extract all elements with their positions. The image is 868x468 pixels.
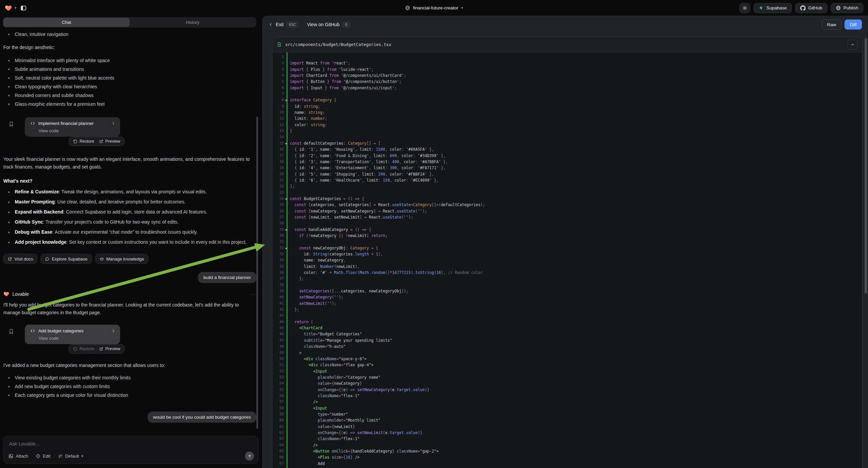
diff-toggle-button[interactable]: Diff [844, 20, 862, 30]
message-menu-button[interactable]: ··· [250, 292, 256, 297]
code-view-panel: Exit ESC View on GitHub G Raw Diff src/c… [262, 16, 868, 468]
publish-button[interactable]: Publish [831, 3, 863, 13]
tab-chat[interactable]: Chat [3, 18, 129, 27]
code-line: 2import React from 'react'; [290, 60, 862, 66]
tab-history[interactable]: History [129, 18, 256, 27]
whats-next-heading: What's next? [3, 178, 256, 184]
restore-button[interactable]: Restore [73, 139, 94, 144]
external-link-icon [8, 257, 12, 261]
g-key-badge: G [343, 22, 350, 28]
chevron-left-icon [269, 23, 273, 27]
fold-chevron-icon[interactable] [285, 198, 287, 200]
chat-input[interactable] [9, 441, 253, 446]
code-line: 9 id: string; [290, 104, 862, 110]
code-line: 34 name: newCategory, [290, 257, 862, 263]
preview-button[interactable]: Preview [99, 139, 120, 144]
version-card-implement-financial-planner[interactable]: Implement financial planner View code Re… [25, 117, 120, 137]
code-line: 31 [290, 239, 862, 245]
mode-selector[interactable]: Default ▾ [58, 454, 83, 459]
code-line: 61 value={newLimit} [290, 424, 862, 430]
suggestion-buttons: Visit docs Explore Supabase Manage knowl… [3, 254, 256, 264]
list-item: Clean, intuitive navigation [3, 31, 256, 38]
bookmark-icon[interactable] [8, 329, 14, 334]
sidebar-toggle-button[interactable] [19, 4, 28, 12]
code-line: 20 { id: '5', name: 'Shopping', limit: 2… [290, 171, 862, 177]
github-icon [800, 5, 806, 11]
code-line: 55 onChange={(e) => setNewCategory(e.tar… [290, 387, 862, 393]
added-features-list: View existing budget categories with the… [3, 373, 256, 400]
collapse-button[interactable] [847, 39, 858, 50]
rotate-ccw-icon [73, 347, 78, 351]
chat-scrollbar[interactable] [256, 117, 258, 429]
list-item: Minimalist interface with plenty of whit… [3, 56, 256, 65]
code-line: 11 limit: number; [290, 116, 862, 121]
lovable-logo-heart-icon[interactable] [5, 4, 12, 12]
version-card-add-budget-categories[interactable]: Add budget categories View code Restore [25, 325, 120, 344]
code-line: 24const BudgetCategories = () => { [290, 196, 862, 202]
code-line: 32 const newCategoryObj: Category = { [290, 245, 862, 251]
version-title: Add budget categories [38, 328, 108, 333]
send-button[interactable] [245, 451, 254, 461]
sliders-icon [58, 454, 63, 459]
settings-button[interactable] [740, 3, 750, 13]
fold-chevron-icon[interactable] [285, 143, 287, 145]
preview-button[interactable]: Preview [99, 347, 120, 351]
visit-docs-button[interactable]: Visit docs [3, 254, 37, 264]
file-path: src/components/budget/BudgetCategories.t… [285, 42, 391, 47]
fold-chevron-icon[interactable] [285, 248, 287, 250]
chevron-down-icon[interactable]: ▾ [14, 6, 17, 10]
list-item: Soft, neutral color palette with light b… [3, 74, 256, 82]
supabase-button[interactable]: Supabase [753, 3, 792, 13]
code-line: 68 </Button> [290, 467, 862, 468]
code-line: 8interface Category { [290, 97, 862, 103]
code-line: 45 <ChartCard [290, 325, 862, 331]
explore-supabase-button[interactable]: Explore Supabase [40, 254, 92, 264]
list-item: Master Prompting: Use clear, detailed, a… [3, 198, 256, 206]
version-title: Implement financial planner [38, 121, 108, 126]
raw-toggle-button[interactable]: Raw [822, 20, 841, 30]
version-card-row: Implement financial planner View code Re… [3, 117, 256, 147]
globe-icon [405, 5, 410, 10]
assistant-paragraph: Your sleek financial planner is now read… [3, 155, 256, 171]
code-line: 29 const handleAddCategory = () => { [290, 227, 862, 233]
code-line: 3import { Plus } from 'lucide-react'; [290, 66, 862, 72]
list-item: Subtle animations and transitions [3, 65, 256, 74]
code-line: 41 setNewLimit(''); [290, 300, 862, 306]
exit-button[interactable]: Exit ESC [269, 22, 298, 28]
whats-next-list: Refine & Customize: Tweak the design, an… [3, 188, 256, 246]
code-line: 66 <Plus size={16} /> [290, 454, 862, 460]
file-header[interactable]: src/components/budget/BudgetCategories.t… [273, 37, 862, 52]
github-button[interactable]: GitHub [795, 3, 828, 13]
code-line: 50 <div className="space-y-6"> [290, 356, 862, 362]
edit-button[interactable]: Edit [36, 454, 50, 459]
manage-knowledge-button[interactable]: Manage knowledge [95, 254, 149, 264]
list-item: Glass-morphic elements for a premium fee… [3, 100, 256, 109]
assistant-paragraph: I'll help you add budget categories to t… [3, 301, 256, 317]
restore-button[interactable]: Restore [73, 347, 94, 351]
lovable-heart-icon [3, 291, 9, 297]
supabase-bolt-icon [758, 5, 764, 10]
code-line: 10 name: string; [290, 110, 862, 116]
bookmark-icon[interactable] [8, 121, 14, 127]
top-bar: ▾ financial-future-creator ▾ Supabase [0, 0, 868, 16]
project-title: financial-future-creator [413, 5, 458, 10]
view-code-link[interactable]: View code [39, 336, 116, 341]
user-message: would be cool if you could add budget ca… [148, 412, 256, 423]
fold-chevron-icon[interactable] [285, 100, 287, 101]
code-line: 7 [290, 91, 862, 97]
list-item: Clean typography with clear hierarchies [3, 82, 256, 91]
code-line: 26 const [newCategory, setNewCategory] =… [290, 208, 862, 214]
list-item: Debug with Ease: Activate our experiment… [3, 228, 256, 236]
code-line: 15const defaultCategories: Category[] = … [290, 140, 862, 146]
list-item: Rounded corners and subtle shadows [3, 91, 256, 100]
chevron-right-icon [111, 329, 116, 333]
project-switcher[interactable]: financial-future-creator ▾ [405, 0, 463, 16]
user-message: build a financial planner [198, 272, 256, 283]
fold-chevron-icon[interactable] [285, 229, 287, 231]
attach-button[interactable]: Attach [8, 454, 28, 459]
code-scrollbar[interactable] [865, 38, 867, 293]
aesthetic-heading: For the design aesthetic: [3, 43, 256, 51]
view-on-github-button[interactable]: View on GitHub G [307, 22, 350, 28]
view-code-link[interactable]: View code [39, 128, 116, 133]
code-line: 36 color: '#' + Math.floor(Math.random()… [290, 270, 862, 275]
